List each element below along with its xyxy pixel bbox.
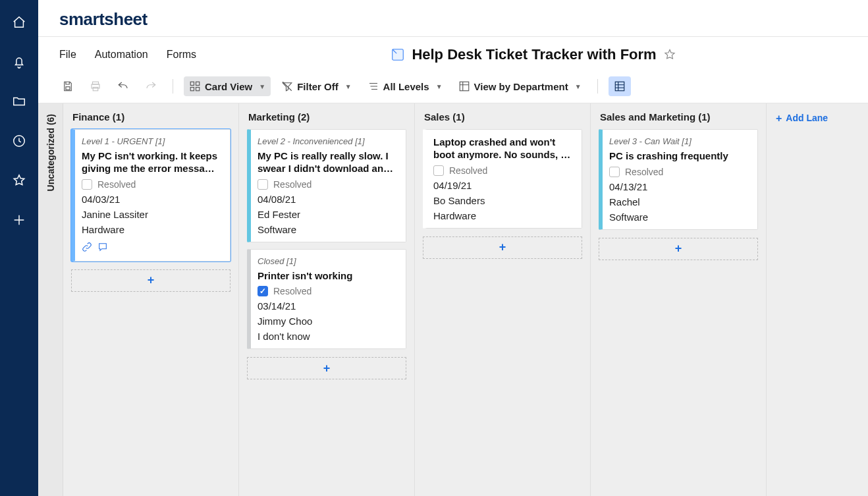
- card-title: My PC isn't working. It keeps giving me …: [82, 150, 222, 175]
- card-priority: Level 3 - Can Wait [1]: [609, 136, 749, 146]
- home-icon[interactable]: [11, 14, 27, 30]
- svg-rect-2: [66, 87, 70, 90]
- resolved-checkbox[interactable]: [258, 179, 268, 190]
- favorites-icon[interactable]: [11, 173, 27, 188]
- levels-label: All Levels: [383, 81, 429, 92]
- chevron-down-icon: ▼: [345, 83, 352, 90]
- filter-button[interactable]: Filter Off ▼: [276, 76, 356, 96]
- save-button[interactable]: [57, 76, 79, 96]
- grid-view-toggle[interactable]: [609, 76, 631, 96]
- card-category: I don't know: [258, 331, 398, 342]
- lanes-container: Finance (1)Level 1 - URGENT [1]My PC isn…: [63, 103, 868, 496]
- card-footer: [82, 239, 222, 254]
- favorite-star-icon[interactable]: [663, 48, 676, 61]
- card-date: 04/08/21: [258, 194, 398, 205]
- chevron-down-icon: ▼: [259, 83, 265, 90]
- brand-logo: smartsheet: [38, 0, 868, 37]
- lane: Sales (1)Laptop crashed and won't boot a…: [415, 103, 591, 496]
- card-date: 04/03/21: [82, 194, 222, 205]
- card[interactable]: Closed [1]Printer isn't workingResolved0…: [247, 249, 406, 350]
- resolved-label: Resolved: [273, 179, 312, 190]
- comment-icon[interactable]: [97, 242, 108, 254]
- undo-button[interactable]: [112, 76, 134, 96]
- resolved-row: Resolved: [258, 179, 398, 190]
- plus-icon: +: [776, 113, 782, 124]
- lane: Marketing (2)Level 2 - Inconvenienced [1…: [239, 103, 415, 496]
- svg-rect-6: [190, 82, 194, 85]
- card-title: Printer isn't working: [258, 270, 398, 283]
- card-category: Software: [258, 224, 398, 235]
- resolved-checkbox[interactable]: [258, 286, 268, 296]
- print-button[interactable]: [84, 76, 107, 96]
- add-card-button[interactable]: +: [423, 236, 582, 259]
- uncategorized-label: Uncategorized (6): [45, 114, 56, 191]
- card-person: Bo Sanders: [433, 195, 574, 206]
- chevron-down-icon: ▼: [436, 83, 443, 90]
- navigation-rail: [0, 0, 38, 496]
- resolved-checkbox[interactable]: [82, 179, 92, 190]
- svg-rect-11: [615, 82, 624, 91]
- notifications-icon[interactable]: [11, 54, 27, 70]
- menu-forms[interactable]: Forms: [167, 49, 196, 61]
- resolved-label: Resolved: [97, 179, 136, 190]
- card-person: Ed Fester: [258, 209, 398, 220]
- lane-header[interactable]: Sales (1): [415, 103, 590, 129]
- resolved-checkbox[interactable]: [433, 165, 444, 176]
- svg-rect-5: [93, 88, 98, 91]
- add-lane-button[interactable]: +Add Lane: [767, 103, 859, 496]
- card-date: 03/14/21: [258, 300, 398, 312]
- separator: [597, 79, 598, 94]
- levels-button[interactable]: All Levels ▼: [362, 76, 448, 96]
- card-date: 04/13/21: [609, 181, 749, 192]
- card-board: Uncategorized (6) Finance (1)Level 1 - U…: [38, 103, 868, 496]
- card-person: Rachel: [609, 196, 749, 207]
- main-area: smartsheet File Automation Forms Help De…: [38, 0, 868, 496]
- menu-file[interactable]: File: [59, 49, 76, 61]
- folder-icon[interactable]: [11, 94, 27, 109]
- card[interactable]: Level 2 - Inconvenienced [1]My PC is rea…: [247, 129, 406, 242]
- redo-button[interactable]: [140, 76, 162, 96]
- add-icon[interactable]: [11, 212, 27, 228]
- card-view-label: Card View: [205, 81, 252, 92]
- lane-header[interactable]: Sales and Marketing (1): [591, 103, 766, 129]
- view-by-label: View by Department: [474, 81, 568, 92]
- menu-automation[interactable]: Automation: [95, 49, 148, 61]
- resolved-checkbox[interactable]: [609, 167, 620, 177]
- card[interactable]: Laptop crashed and won't boot anymore. N…: [423, 129, 582, 229]
- svg-rect-10: [460, 82, 469, 91]
- attachment-icon[interactable]: [82, 242, 92, 254]
- recents-icon[interactable]: [11, 133, 27, 149]
- sheet-icon: [391, 47, 405, 62]
- card-view-button[interactable]: Card View ▼: [184, 76, 271, 96]
- card-person: Jimmy Choo: [258, 316, 398, 327]
- card-person: Janine Lassiter: [82, 209, 222, 220]
- resolved-row: Resolved: [258, 286, 398, 296]
- card-title: My PC is really really slow. I swear I d…: [258, 150, 398, 175]
- resolved-label: Resolved: [273, 286, 312, 296]
- card-title: Laptop crashed and won't boot anymore. N…: [433, 136, 574, 161]
- lane-cards: Level 1 - URGENT [1]My PC isn't working.…: [63, 129, 238, 292]
- lane-cards: Level 2 - Inconvenienced [1]My PC is rea…: [239, 129, 414, 379]
- lane: Finance (1)Level 1 - URGENT [1]My PC isn…: [63, 103, 239, 496]
- resolved-label: Resolved: [449, 165, 487, 176]
- toolbar: Card View ▼ Filter Off ▼ All Levels ▼ Vi…: [38, 72, 868, 103]
- lane-header[interactable]: Marketing (2): [239, 103, 414, 129]
- separator: [173, 79, 173, 94]
- add-card-button[interactable]: +: [71, 269, 231, 292]
- resolved-row: Resolved: [609, 167, 749, 177]
- add-card-button[interactable]: +: [599, 238, 758, 260]
- card[interactable]: Level 3 - Can Wait [1]PC is crashing fre…: [599, 129, 758, 230]
- card[interactable]: Level 1 - URGENT [1]My PC isn't working.…: [71, 129, 231, 262]
- chevron-down-icon: ▼: [575, 83, 582, 90]
- title-row: File Automation Forms Help Desk Ticket T…: [38, 37, 868, 72]
- add-lane-label: Add Lane: [786, 113, 828, 123]
- resolved-row: Resolved: [82, 179, 222, 190]
- lane-header[interactable]: Finance (1): [63, 103, 238, 129]
- add-card-button[interactable]: +: [247, 357, 406, 379]
- uncategorized-lane-collapsed[interactable]: Uncategorized (6): [38, 103, 63, 496]
- resolved-label: Resolved: [625, 167, 663, 177]
- menu-bar: File Automation Forms: [59, 49, 196, 61]
- card-priority: Level 2 - Inconvenienced [1]: [258, 136, 398, 146]
- page-title: Help Desk Ticket Tracker with Form: [412, 46, 656, 63]
- view-by-button[interactable]: View by Department ▼: [453, 76, 587, 96]
